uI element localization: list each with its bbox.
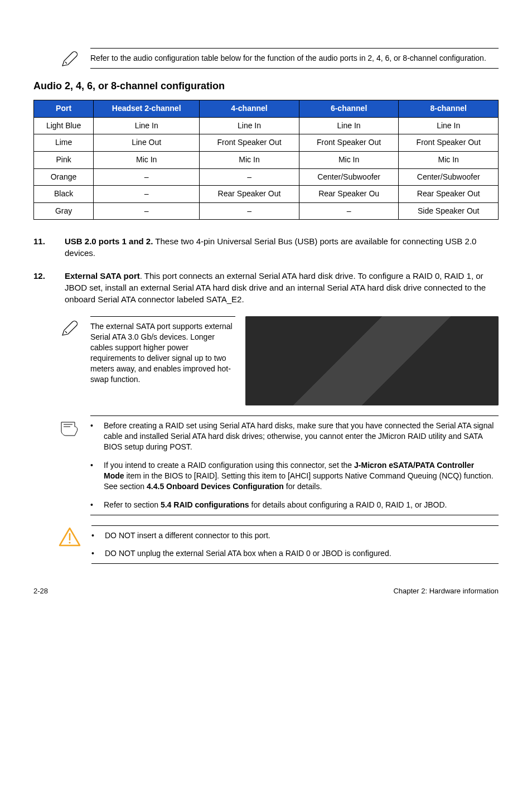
table-row: Light BlueLine InLine InLine InLine In [34,117,499,134]
warning-text: DO NOT insert a different connector to t… [91,525,499,564]
bullet: Refer to section 5.4 RAID configurations… [90,500,495,510]
table-row: Orange––Center/SubwooferCenter/Subwoofer [34,168,499,186]
page-footer: 2-28 Chapter 2: Hardware information [33,586,499,596]
chapter-label: Chapter 2: Hardware information [393,586,499,596]
warning-block: DO NOT insert a different connector to t… [58,525,499,564]
bullet: DO NOT unplug the external Serial ATA bo… [91,548,495,559]
col-port: Port [34,100,94,118]
page-number: 2-28 [33,586,48,596]
table-row: LimeLine OutFront Speaker OutFront Speak… [34,134,499,152]
audio-config-table: Port Headset 2-channel 4-channel 6-chann… [33,100,499,220]
note-text: The external SATA port supports external… [90,316,235,384]
item-number: 12. [33,270,54,305]
note-audio-config: Refer to the audio configuration table b… [58,48,499,69]
heading-audio-config: Audio 2, 4, 6, or 8-channel configuratio… [33,79,499,93]
pencil-icon [58,48,80,69]
note-sata-port: The external SATA port supports external… [58,316,499,405]
bullet: DO NOT insert a different connector to t… [91,530,495,541]
item-number: 11. [33,235,54,259]
motherboard-sata-image [245,316,499,405]
item-11: 11. USB 2.0 ports 1 and 2. These two 4-p… [33,235,499,259]
table-row: Black–Rear Speaker OutRear Speaker OuRea… [34,186,499,203]
col-4ch: 4-channel [200,100,299,118]
bullet: Before creating a RAID set using Serial … [90,421,495,452]
note-raid-reminders: Before creating a RAID set using Serial … [58,416,499,515]
note-text: Before creating a RAID set using Serial … [90,416,499,515]
item-body: External SATA port. This port connects a… [65,270,499,305]
pencil-icon [58,316,80,339]
col-8ch: 8-channel [399,100,499,118]
note-icon [58,416,80,439]
table-row: PinkMic InMic InMic InMic In [34,151,499,168]
item-body: USB 2.0 ports 1 and 2. These two 4-pin U… [65,235,499,259]
note-text: Refer to the audio configuration table b… [90,48,499,69]
item-12: 12. External SATA port. This port connec… [33,270,499,305]
bullet: If you intend to create a RAID configura… [90,460,495,492]
col-6ch: 6-channel [299,100,399,118]
col-headset: Headset 2-channel [94,100,200,118]
svg-point-1 [69,542,70,543]
table-row: Gray–––Side Speaker Out [34,202,499,220]
warning-icon [58,525,81,548]
